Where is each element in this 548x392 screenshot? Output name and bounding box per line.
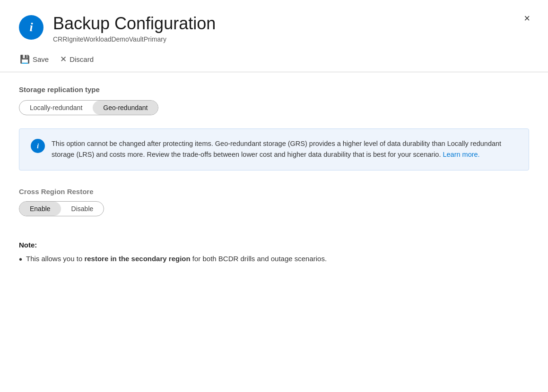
- storage-replication-toggle: Locally-redundant Geo-redundant: [19, 100, 158, 115]
- enable-option[interactable]: Enable: [19, 202, 61, 216]
- note-section: Note: This allows you to restore in the …: [19, 241, 529, 265]
- header-text: Backup Configuration CRRIgniteWorkloadDe…: [53, 13, 529, 43]
- info-box-icon: i: [31, 139, 45, 153]
- cross-region-restore-section: Cross Region Restore Enable Disable: [19, 187, 529, 228]
- info-box: i This option cannot be changed after pr…: [19, 128, 529, 170]
- note-text-after: for both BCDR drills and outage scenario…: [191, 255, 327, 263]
- note-list-item: This allows you to restore in the second…: [19, 254, 529, 265]
- discard-button[interactable]: ✕ Discard: [59, 52, 95, 66]
- learn-more-link[interactable]: Learn more.: [443, 151, 479, 158]
- note-text-before: This allows you to: [26, 255, 84, 263]
- geo-redundant-option[interactable]: Geo-redundant: [93, 101, 158, 115]
- note-title: Note:: [19, 241, 529, 249]
- header-info-icon: i: [19, 15, 43, 40]
- disable-option[interactable]: Disable: [61, 202, 104, 216]
- save-icon: 💾: [20, 54, 30, 64]
- info-box-text-content: This option cannot be changed after prot…: [52, 140, 501, 158]
- dialog-header: i Backup Configuration CRRIgniteWorkload…: [0, 0, 548, 49]
- locally-redundant-option[interactable]: Locally-redundant: [19, 101, 93, 115]
- cross-region-toggle: Enable Disable: [19, 201, 104, 216]
- note-text-bold: restore in the secondary region: [84, 255, 190, 263]
- dialog-subtitle: CRRIgniteWorkloadDemoVaultPrimary: [53, 35, 529, 43]
- backup-config-dialog: i Backup Configuration CRRIgniteWorkload…: [0, 0, 548, 392]
- discard-icon: ✕: [60, 54, 67, 64]
- save-button[interactable]: 💾 Save: [19, 52, 50, 66]
- close-button[interactable]: ×: [520, 11, 534, 26]
- info-box-text: This option cannot be changed after prot…: [52, 138, 517, 160]
- toolbar: 💾 Save ✕ Discard: [0, 49, 548, 72]
- note-list: This allows you to restore in the second…: [19, 254, 529, 265]
- cross-region-restore-label: Cross Region Restore: [19, 187, 529, 196]
- dialog-title: Backup Configuration: [53, 13, 529, 34]
- storage-replication-label: Storage replication type: [19, 85, 529, 94]
- content-area: Storage replication type Locally-redunda…: [0, 72, 548, 283]
